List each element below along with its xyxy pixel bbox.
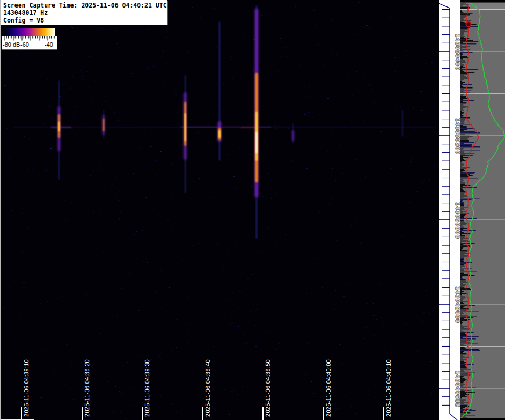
spectrogram-waterfall — [0, 0, 440, 420]
time-label-text: 2025-11-06 04:39:50 — [265, 359, 271, 417]
time-tick — [323, 407, 324, 420]
colorbar-label-mid: -60 — [20, 41, 29, 48]
window-edge-left — [0, 0, 1, 420]
time-tick — [82, 407, 83, 420]
colorbar-label-max: -40 — [45, 41, 53, 48]
colorbar-gradient — [4, 28, 55, 36]
time-label-text: 2025-11-06 04:39:10 — [23, 359, 30, 417]
screen-capture-root: 2025-11-06 04:39:102025-11-06 04:39:2020… — [0, 0, 505, 420]
time-label-text: 2025-11-06 04:40:10 — [385, 359, 392, 417]
capture-config-text: Config = V8 — [3, 17, 167, 24]
colorbar-labels: -80 dB -60 -40 — [2, 41, 57, 49]
capture-frequency-text: 143048017 Hz — [3, 9, 167, 17]
colorbar-label-min: -80 dB — [3, 41, 20, 48]
time-tick — [383, 407, 384, 420]
time-label-text: 2025-11-06 04:39:20 — [84, 359, 90, 417]
time-tick — [262, 407, 264, 420]
time-tick — [21, 407, 22, 420]
colorbar-ruler-ticks — [2, 36, 57, 41]
time-tick — [202, 407, 203, 420]
time-label-text: 2025-11-06 04:39:40 — [204, 359, 211, 417]
capture-info-box: Screen Capture Time: 2025-11-06 04:40:21… — [1, 0, 167, 25]
capture-time-text: Screen Capture Time: 2025-11-06 04:40:21… — [3, 2, 167, 9]
spectrum-marker-dot — [466, 22, 471, 27]
time-label-text: 2025-11-06 04:39:30 — [144, 359, 150, 417]
time-tick — [142, 407, 143, 420]
spectrum-panel — [460, 0, 505, 420]
time-label-text: 2025-11-06 04:40:00 — [325, 359, 332, 417]
